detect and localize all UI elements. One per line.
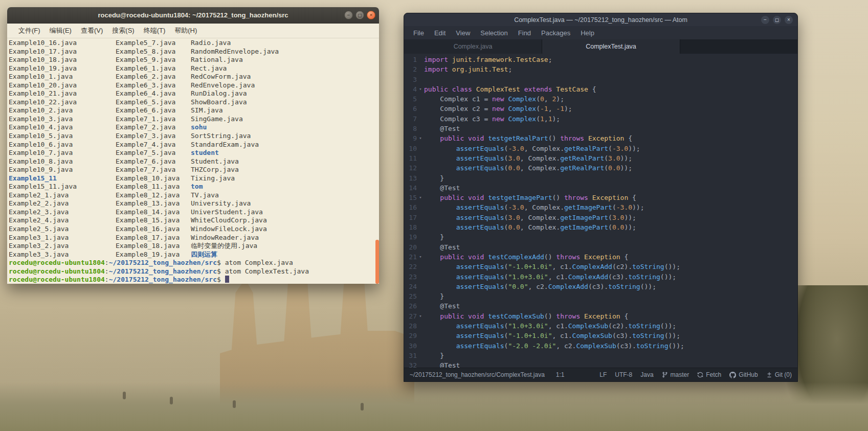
code-line[interactable]: 8 @Test <box>405 124 797 133</box>
fold-chevron-icon[interactable]: ▾ <box>417 84 424 94</box>
code-line[interactable]: 11 assertEquals(3.0, Complex.getRealPart… <box>405 153 797 163</box>
atom-menu-item[interactable]: Edit <box>429 29 451 37</box>
status-cursor-position[interactable]: 1:1 <box>556 371 565 378</box>
terminal-menu-item[interactable]: 查看(V) <box>76 26 107 35</box>
atom-menu-item[interactable]: Help <box>575 29 599 37</box>
terminal-file-entry: Example10_5.java <box>9 132 116 141</box>
fold-spacer <box>417 183 424 193</box>
terminal-file-entry: Example6_1.java <box>116 64 191 73</box>
code-line[interactable]: 29 assertEquals("-1.0+1.0i", c1.ComplexS… <box>405 331 797 341</box>
code-token: -1 <box>556 105 564 112</box>
code-line[interactable]: 14 @Test <box>405 183 797 193</box>
code-line[interactable]: 24 assertEquals("0.0", c2.ComplexAdd(c3)… <box>405 282 797 291</box>
code-line[interactable]: 31 } <box>405 351 797 360</box>
atom-menu-item[interactable]: Selection <box>475 29 513 37</box>
code-line[interactable]: 23 assertEquals("1.0+3.0i", c1.ComplexAd… <box>405 272 797 282</box>
atom-maximize-button[interactable]: ◻ <box>773 16 781 24</box>
code-token: 0.0 <box>508 223 520 231</box>
terminal-file-entry: Example8_16.java <box>116 225 191 234</box>
fold-chevron-icon[interactable]: ▾ <box>417 193 424 202</box>
terminal-title: rocedu@rocedu-ubuntu1804: ~/20175212_ton… <box>98 11 288 19</box>
code-line[interactable]: 15▾ public void testgetImagePart() throw… <box>405 193 797 202</box>
atom-menu-item[interactable]: Packages <box>536 29 575 37</box>
code-line[interactable]: 17 assertEquals(3.0, Complex.getImagePar… <box>405 213 797 222</box>
atom-menu-item[interactable]: File <box>408 29 429 37</box>
code-token: "1.0+3.0i" <box>508 273 548 281</box>
fold-spacer <box>417 173 424 183</box>
terminal-file-entry: Rational.java <box>191 56 243 64</box>
fold-spacer <box>417 232 424 242</box>
terminal-titlebar[interactable]: rocedu@rocedu-ubuntu1804: ~/20175212_ton… <box>7 7 379 24</box>
atom-close-button[interactable]: × <box>785 16 793 24</box>
code-token: assertEquals <box>456 263 504 270</box>
code-line[interactable]: 26 @Test <box>405 301 797 311</box>
code-token: assertEquals <box>456 342 504 350</box>
terminal-cursor[interactable] <box>225 276 229 283</box>
status-item-java[interactable]: Java <box>640 371 653 378</box>
code-line[interactable]: 32 @Test <box>405 360 797 368</box>
editor-tab[interactable]: Complex.java <box>404 39 542 54</box>
status-item-fetch[interactable]: Fetch <box>697 371 721 378</box>
status-item-utf-8[interactable]: UTF-8 <box>615 371 632 378</box>
atom-minimize-button[interactable]: − <box>761 16 769 24</box>
code-line[interactable]: 2import org.junit.Test; <box>405 64 797 74</box>
status-item-master[interactable]: master <box>662 371 689 378</box>
code-line[interactable]: 22 assertEquals("-1.0+1.0i", c1.ComplexA… <box>405 262 797 271</box>
code-line[interactable]: 12 assertEquals(0.0, Complex.getRealPart… <box>405 163 797 173</box>
terminal-menu-item[interactable]: 帮助(H) <box>170 26 202 35</box>
atom-titlebar[interactable]: ComplexTest.java — ~/20175212_tong_haozh… <box>404 13 797 26</box>
status-item-github[interactable]: GitHub <box>729 371 758 378</box>
terminal-screen[interactable]: Example10_16.javaExample5_7.javaRadio.ja… <box>7 38 379 284</box>
code-token: testComplexSub <box>488 312 544 320</box>
terminal-minimize-button[interactable]: − <box>344 11 353 19</box>
code-line[interactable]: 30 assertEquals("-2.0 -2.0i", c2.Complex… <box>405 341 797 351</box>
atom-menu-item[interactable]: View <box>451 29 475 37</box>
code-line[interactable]: 18 assertEquals(0.0, Complex.getImagePar… <box>405 222 797 232</box>
code-token: { <box>624 134 632 142</box>
fold-chevron-icon[interactable]: ▾ <box>417 311 424 321</box>
fold-chevron-icon[interactable]: ▾ <box>417 252 424 262</box>
code-line[interactable]: 6 Complex c2 = new Complex(-1, -1); <box>405 104 797 114</box>
terminal-menu-item[interactable]: 文件(F) <box>14 26 45 35</box>
code-line[interactable]: 5 Complex c1 = new Complex(0, 2); <box>405 94 797 104</box>
code-token: (c3). <box>616 342 636 350</box>
terminal-file-entry: Example5_8.java <box>116 48 191 56</box>
code-line[interactable]: 3 <box>405 75 797 84</box>
atom-menu-item[interactable]: Find <box>513 29 536 37</box>
terminal-menu-item[interactable]: 编辑(E) <box>45 26 76 35</box>
terminal-close-button[interactable]: × <box>367 11 375 19</box>
terminal-listing-row: Example10_20.javaExample6_3.javaRedEnvel… <box>9 81 379 90</box>
fold-chevron-icon[interactable]: ▾ <box>417 133 424 143</box>
code-line[interactable]: 28 assertEquals("1.0+3.0i", c1.ComplexSu… <box>405 321 797 331</box>
editor-tab[interactable]: ComplexTest.java <box>542 39 680 54</box>
code-line[interactable]: 1import junit.framework.TestCase; <box>405 55 797 64</box>
code-token: ComplexAdd <box>572 263 612 270</box>
code-line[interactable]: 4▾public class ComplexTest extends TestC… <box>405 84 797 94</box>
code-line[interactable]: 16 assertEquals(-3.0, Complex.getImagePa… <box>405 202 797 212</box>
code-token: getImagePart <box>560 214 608 221</box>
code-line[interactable]: 27▾ public void testComplexSub() throws … <box>405 311 797 321</box>
code-token: ()); <box>668 342 684 350</box>
fold-spacer <box>417 272 424 282</box>
terminal-file-entry: 临时变量的使用.java <box>191 242 257 251</box>
code-line[interactable]: 13 } <box>405 173 797 183</box>
editor-lines[interactable]: 1import junit.framework.TestCase;2import… <box>405 54 797 368</box>
terminal-prompt-path: ~/20175212_tong_haozhen/src <box>109 259 217 266</box>
status-item-lf[interactable]: LF <box>599 371 607 378</box>
code-line[interactable]: 7 Complex c3 = new Complex(1,1); <box>405 114 797 124</box>
code-line[interactable]: 9▾ public void testgetRealPart() throws … <box>405 133 797 143</box>
line-number: 18 <box>405 222 417 232</box>
code-line[interactable]: 20 @Test <box>405 242 797 252</box>
terminal-scrollbar[interactable] <box>375 240 379 284</box>
code-line[interactable]: 19 } <box>405 232 797 242</box>
code-text: Complex c2 = new Complex(-1, -1); <box>424 104 797 114</box>
terminal-menu-item[interactable]: 搜索(S) <box>107 26 139 35</box>
code-line[interactable]: 10 assertEquals(-3.0, Complex.getRealPar… <box>405 144 797 153</box>
terminal-menu-item[interactable]: 终端(T) <box>139 26 170 35</box>
code-line[interactable]: 21▾ public void testComplexAdd() throws … <box>405 252 797 262</box>
code-line[interactable]: 25 } <box>405 291 797 301</box>
terminal-maximize-button[interactable]: ◻ <box>355 11 364 19</box>
status-item-git-0[interactable]: Git (0) <box>766 371 792 378</box>
terminal-file-entry: Example10_6.java <box>9 141 116 149</box>
code-token <box>424 273 456 281</box>
